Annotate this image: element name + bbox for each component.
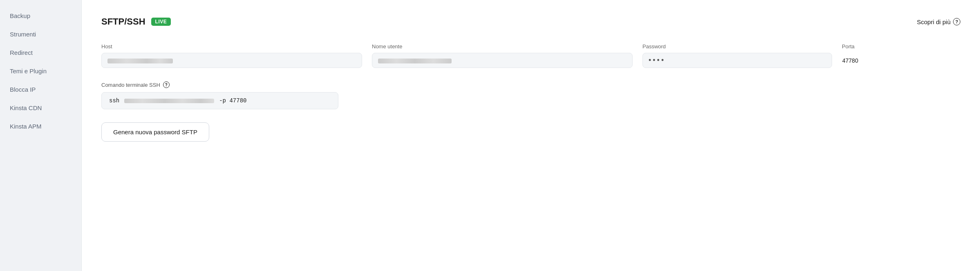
sidebar-item-strumenti[interactable]: Strumenti xyxy=(0,25,81,43)
live-badge: LIVE xyxy=(151,18,171,26)
username-label: Nome utente xyxy=(372,43,633,50)
host-label: Host xyxy=(101,43,362,50)
password-field-group: Password •••• xyxy=(642,43,832,68)
username-input[interactable] xyxy=(372,53,633,68)
sidebar-item-blocca-ip[interactable]: Blocca IP xyxy=(0,80,81,99)
ssh-command-box[interactable]: ssh -p 47780 xyxy=(101,92,338,109)
porta-input[interactable]: 47780 xyxy=(842,53,960,68)
page-title: SFTP/SSH xyxy=(101,16,145,27)
ssh-section: Comando terminale SSH ? ssh -p 47780 xyxy=(101,81,960,109)
sidebar: Backup Strumenti Redirect Temi e Plugin … xyxy=(0,0,82,271)
host-field-group: Host xyxy=(101,43,362,68)
sidebar-item-temi-plugin[interactable]: Temi e Plugin xyxy=(0,62,81,80)
sidebar-item-kinsta-cdn[interactable]: Kinsta CDN xyxy=(0,99,81,117)
porta-field-group: Porta 47780 xyxy=(842,43,960,68)
ssh-prefix: ssh xyxy=(109,97,119,104)
username-field-group: Nome utente xyxy=(372,43,633,68)
title-group: SFTP/SSH LIVE xyxy=(101,16,171,27)
sidebar-item-redirect[interactable]: Redirect xyxy=(0,43,81,62)
ssh-suffix: -p 47780 xyxy=(219,97,246,104)
main-content: SFTP/SSH LIVE Scopri di più ? Host Nome … xyxy=(82,0,980,271)
learn-more-link[interactable]: Scopri di più ? xyxy=(917,18,960,25)
info-icon: ? xyxy=(953,18,960,25)
header-row: SFTP/SSH LIVE Scopri di più ? xyxy=(101,16,960,27)
host-input[interactable] xyxy=(101,53,362,68)
ssh-label: Comando terminale SSH ? xyxy=(101,81,960,88)
porta-label: Porta xyxy=(842,43,960,50)
password-label: Password xyxy=(642,43,832,50)
generate-password-button[interactable]: Genera nuova password SFTP xyxy=(101,122,209,142)
sidebar-item-kinsta-apm[interactable]: Kinsta APM xyxy=(0,117,81,136)
credentials-fields: Host Nome utente Password •••• Porta 477… xyxy=(101,43,960,68)
password-input[interactable]: •••• xyxy=(642,53,832,68)
sidebar-item-backup[interactable]: Backup xyxy=(0,7,81,25)
ssh-help-icon[interactable]: ? xyxy=(163,81,170,88)
